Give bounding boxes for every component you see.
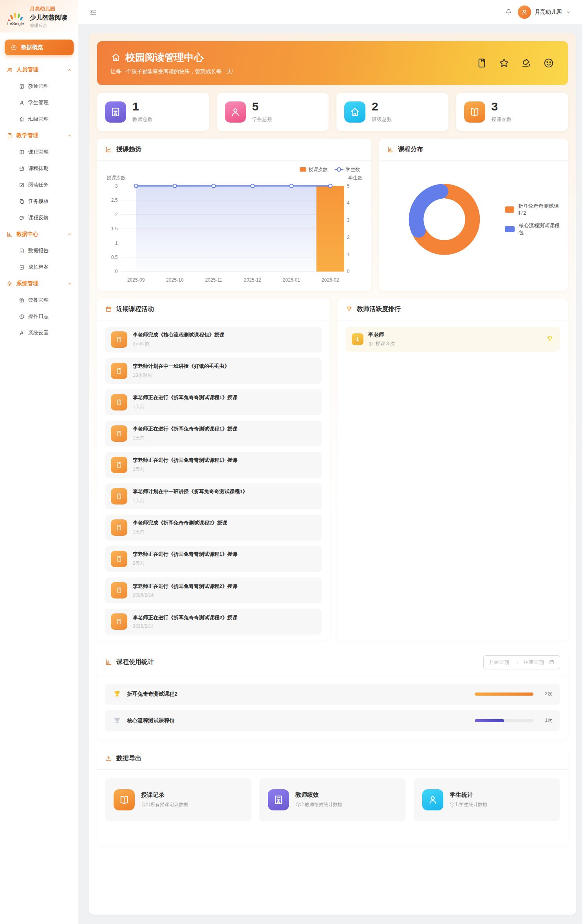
sidebar-section-system[interactable]: 系统管理 [0, 275, 78, 292]
bookmark-icon [111, 331, 127, 348]
card-header: 近期课程活动 [97, 298, 330, 320]
account-menu[interactable]: 月亮幼儿园 [518, 5, 571, 19]
sidebar-section-personnel[interactable]: 人员管理 [0, 61, 78, 78]
item-label: 学生管理 [28, 99, 49, 106]
card-header: 授课趋势 [97, 139, 371, 161]
sidebar-item-reading-tasks[interactable]: 阅读任务 [0, 177, 78, 193]
app: LeSingle 月亮幼儿园 少儿智慧阅读 管理后台 数据概览 人员管理 教师管… [0, 0, 582, 924]
svg-text:2.5: 2.5 [111, 197, 118, 203]
gold-trophy-icon [546, 335, 554, 343]
stat-value: 2 [372, 101, 392, 112]
sidebar-item-students[interactable]: 学生管理 [0, 94, 78, 111]
open-book-icon [19, 149, 25, 155]
chevron-down-icon [566, 9, 571, 15]
bar-2026-02 [316, 186, 344, 272]
item-label: 操作日志 [28, 313, 49, 320]
topbar: 月亮幼儿园 [78, 0, 582, 24]
item-label: 课程管理 [28, 148, 49, 156]
sidebar-item-data-reports[interactable]: 数据报告 [0, 242, 78, 259]
bar-chart-icon [387, 146, 394, 153]
banner-title: 校园阅读管理中心 [125, 51, 204, 64]
stat-card-classes: 2 班级总数 [336, 93, 448, 131]
usage-row: 核心流程测试课程包 1次 [105, 710, 560, 731]
legend-swatch [505, 226, 515, 232]
home-icon [110, 52, 121, 63]
progress-track [475, 719, 533, 722]
bookmark-icon [111, 394, 127, 410]
end-date-input[interactable]: 结束日期 [524, 659, 544, 666]
teacher-stat: 授课 3 次 [368, 340, 395, 347]
activity-time: 2天前 [133, 560, 237, 567]
trophy-icon [345, 306, 353, 313]
logo-titles: 月亮幼儿园 少儿智慧阅读 管理后台 [30, 5, 67, 29]
svg-text:学生数: 学生数 [346, 167, 360, 172]
legend-swatch [505, 206, 514, 213]
section-label: 系统管理 [16, 280, 38, 287]
svg-text:2026-02: 2026-02 [322, 277, 339, 283]
stat-card-students: 5 学生总数 [217, 93, 329, 131]
item-label: 成长档案 [28, 264, 49, 271]
stat-value: 3 [492, 101, 512, 112]
sidebar-item-task-templates[interactable]: 任务模板 [0, 193, 78, 210]
start-date-input[interactable]: 开始日期 [489, 659, 509, 666]
sidebar-nav: 数据概览 人员管理 教师管理 学生管理 班级管理 教学管理 [0, 33, 78, 349]
sidebar-item-schedule[interactable]: 课程排期 [0, 160, 78, 177]
svg-text:2026-01: 2026-01 [283, 277, 300, 283]
org-name: 月亮幼儿园 [30, 5, 67, 13]
sidebar-item-classes[interactable]: 班级管理 [0, 111, 78, 127]
person-icon [521, 9, 528, 16]
download-icon [105, 755, 112, 762]
calendar-icon[interactable] [549, 659, 555, 665]
gift-icon [19, 297, 25, 303]
content: 校园阅读管理中心 让每一个孩子都能享受阅读的快乐，智慧成长每一天! [78, 24, 582, 924]
chevron-up-icon [67, 281, 72, 286]
open-book-icon [464, 101, 485, 123]
sidebar-item-teachers[interactable]: 教师管理 [0, 78, 78, 94]
recent-activities-card: 近期课程活动 李老师完成《核心流程测试课程包》授课 3小时前 李老师计划在中一班… [97, 298, 330, 641]
export-student-statistics[interactable]: 学生统计 导出学生统计数据 [414, 778, 560, 821]
item-label: 阅读任务 [28, 181, 49, 188]
logo-text: LeSingle [7, 21, 24, 26]
legend-label: 核心流程测试课程包 [519, 222, 564, 236]
svg-text:0: 0 [347, 269, 350, 274]
home-icon [344, 101, 365, 123]
sidebar-item-courses[interactable]: 课程管理 [0, 144, 78, 160]
sidebar-section-teaching[interactable]: 教学管理 [0, 127, 78, 144]
export-teaching-records[interactable]: 授课记录 导出所有授课记录数据 [105, 778, 251, 821]
date-range-picker[interactable]: 开始日期 → 结束日期 [483, 655, 560, 669]
bar-chart-icon [6, 231, 13, 238]
card-title: 近期课程活动 [116, 305, 154, 313]
sidebar-fold-icon[interactable] [89, 8, 97, 16]
item-label: 班级管理 [28, 116, 49, 123]
caterpillar-logo-icon [7, 8, 24, 21]
activity-title: 李老师正在进行《折耳兔奇奇测试课程2》授课 [133, 583, 237, 590]
section-label: 数据中心 [16, 231, 38, 238]
activity-title: 李老师完成《折耳兔奇奇测试课程2》授课 [133, 519, 227, 526]
stat-value: 1 [132, 101, 153, 112]
item-label: 系统设置 [28, 329, 49, 336]
sidebar-section-data-center[interactable]: 数据中心 [0, 226, 78, 242]
chat-icon [19, 215, 25, 221]
sidebar-item-packages[interactable]: 套餐管理 [0, 292, 78, 308]
sidebar-item-system-settings[interactable]: 系统设置 [0, 325, 78, 341]
export-desc: 导出教师绩效统计数据 [295, 801, 342, 808]
sidebar-item-feedback[interactable]: 课程反馈 [0, 210, 78, 226]
open-book-icon [114, 789, 135, 810]
stat-label: 授课次数 [492, 116, 512, 123]
data-export-card: 数据导出 授课记录 导出所有授课记录数据 [97, 748, 568, 846]
sidebar-item-operation-logs[interactable]: 操作日志 [0, 308, 78, 325]
banner-subtitle: 让每一个孩子都能享受阅读的快乐，智慧成长每一天! [110, 68, 233, 75]
calendar-icon [105, 306, 112, 313]
card-title: 课程分布 [398, 145, 423, 154]
sidebar-item-overview[interactable]: 数据概览 [5, 40, 74, 55]
wrench-icon [19, 330, 25, 336]
chevron-up-icon [67, 133, 72, 138]
check-square-icon [19, 182, 25, 188]
export-teacher-performance[interactable]: 教师绩效 导出教师绩效统计数据 [259, 778, 406, 821]
bell-icon[interactable] [505, 8, 512, 16]
banner-text: 校园阅读管理中心 让每一个孩子都能享受阅读的快乐，智慧成长每一天! [110, 51, 233, 75]
sidebar-item-growth-archive[interactable]: 成长档案 [0, 259, 78, 275]
activity-title: 李老师完成《核心流程测试课程包》授课 [133, 331, 224, 338]
card-title: 教师活跃度排行 [357, 305, 401, 313]
item-label: 数据报告 [28, 247, 49, 254]
